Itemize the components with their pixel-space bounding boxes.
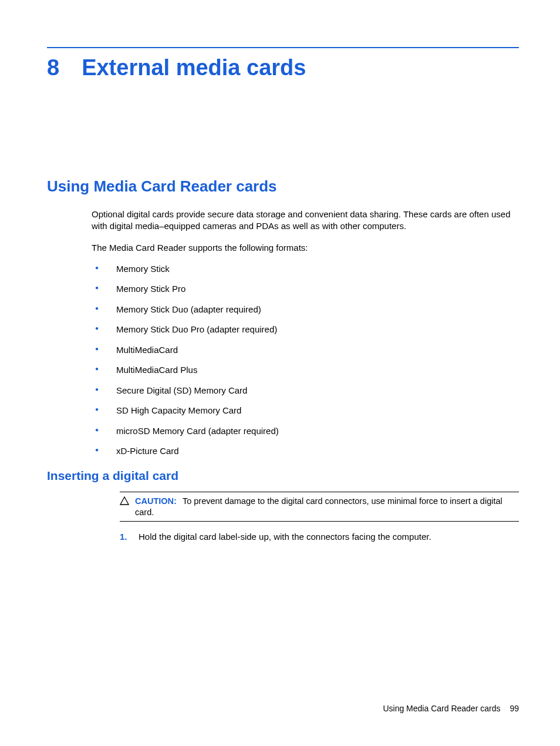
step-item: 1. Hold the digital card label-side up, … xyxy=(120,531,519,543)
page-footer: Using Media Card Reader cards 99 xyxy=(383,704,519,713)
step-text: Hold the digital card label-side up, wit… xyxy=(139,531,431,543)
chapter-number: 8 xyxy=(47,55,59,80)
chapter-rule xyxy=(47,47,519,48)
list-item: MultiMediaCard Plus xyxy=(92,364,519,376)
subsection-body: CAUTION:To prevent damage to the digital… xyxy=(92,492,519,543)
caution-icon xyxy=(120,496,129,508)
steps-list: 1. Hold the digital card label-side up, … xyxy=(120,531,519,543)
caution-box: CAUTION:To prevent damage to the digital… xyxy=(120,492,519,522)
list-item: Memory Stick Pro xyxy=(92,283,519,295)
chapter-heading: 8 External media cards xyxy=(47,55,519,80)
list-item: Memory Stick Duo Pro (adapter required) xyxy=(92,324,519,335)
list-item: MultiMediaCard xyxy=(92,344,519,356)
subsection-heading-inserting: Inserting a digital card xyxy=(47,469,519,483)
intro-paragraph-2: The Media Card Reader supports the follo… xyxy=(92,242,519,254)
intro-paragraph-1: Optional digital cards provide secure da… xyxy=(92,209,519,233)
caution-text: To prevent damage to the digital card co… xyxy=(135,496,502,517)
list-item: microSD Memory Card (adapter required) xyxy=(92,425,519,437)
step-number: 1. xyxy=(120,531,130,543)
list-item: Secure Digital (SD) Memory Card xyxy=(92,385,519,396)
list-item: SD High Capacity Memory Card xyxy=(92,405,519,416)
caution-label: CAUTION: xyxy=(135,496,177,506)
footer-page-number: 99 xyxy=(510,704,519,713)
caution-content: CAUTION:To prevent damage to the digital… xyxy=(135,496,519,518)
formats-list: Memory Stick Memory Stick Pro Memory Sti… xyxy=(92,263,519,457)
chapter-title: External media cards xyxy=(82,55,306,80)
footer-section-title: Using Media Card Reader cards xyxy=(383,704,500,713)
section-body: Optional digital cards provide secure da… xyxy=(92,209,519,457)
section-heading-media-card-reader: Using Media Card Reader cards xyxy=(47,177,519,196)
list-item: xD-Picture Card xyxy=(92,445,519,457)
list-item: Memory Stick xyxy=(92,263,519,275)
list-item: Memory Stick Duo (adapter required) xyxy=(92,304,519,315)
